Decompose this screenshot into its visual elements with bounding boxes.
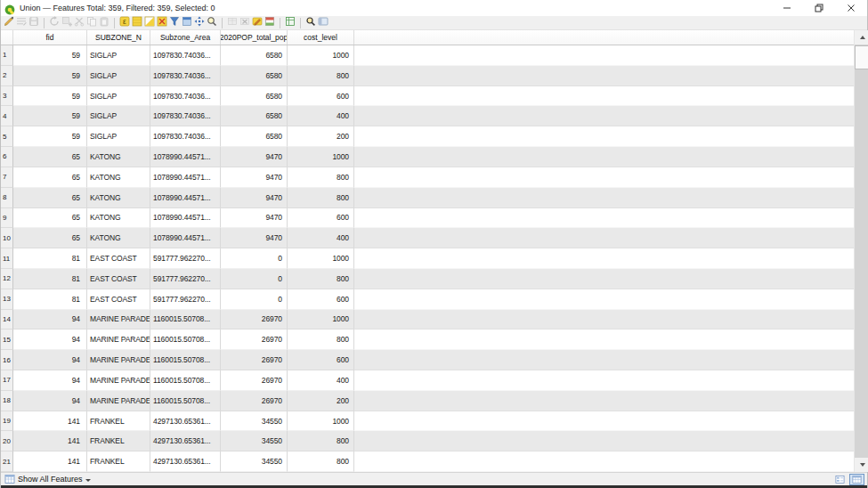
cell-cost[interactable]: 1000 (288, 248, 354, 269)
cell-cost[interactable]: 200 (288, 391, 354, 411)
cell-subzone[interactable]: SIGLAP (87, 106, 150, 126)
cell-subzone[interactable]: SIGLAP (87, 45, 150, 66)
cell-pop[interactable]: 9470 (221, 167, 288, 188)
cell-pop[interactable]: 9470 (221, 188, 288, 208)
cell-area[interactable]: 591777.962270... (150, 289, 221, 310)
cell-area[interactable]: 1097830.74036... (150, 86, 221, 107)
cell-subzone[interactable]: SIGLAP (87, 126, 150, 147)
row-number[interactable]: 6 (1, 147, 13, 167)
feature-filter-dropdown[interactable]: Show All Features (3, 474, 93, 485)
cell-area[interactable]: 1097830.74036... (150, 45, 221, 66)
cell-cost[interactable]: 600 (288, 86, 354, 107)
minimize-button[interactable] (771, 0, 803, 16)
column-header-area[interactable]: Subzone_Area (150, 30, 221, 45)
cell-pop[interactable]: 9470 (221, 147, 288, 167)
cell-cost[interactable]: 200 (288, 126, 354, 147)
cell-fid[interactable]: 94 (13, 310, 87, 330)
column-header-cost[interactable]: cost_level (288, 30, 354, 45)
cell-fid[interactable]: 59 (13, 45, 87, 66)
row-number[interactable]: 12 (1, 269, 13, 289)
cell-cost[interactable]: 800 (288, 167, 354, 188)
cell-area[interactable]: 1160015.50708... (150, 329, 221, 350)
cell-subzone[interactable]: SIGLAP (87, 66, 150, 86)
cell-subzone[interactable]: FRANKEL (87, 451, 150, 472)
cell-fid[interactable]: 65 (13, 228, 87, 248)
cell-cost[interactable]: 600 (288, 350, 354, 370)
cell-cost[interactable]: 400 (288, 228, 354, 248)
scrollbar-thumb[interactable] (855, 45, 868, 69)
cell-fid[interactable]: 65 (13, 188, 87, 208)
filter-by-form-button[interactable] (168, 16, 181, 29)
cell-subzone[interactable]: MARINE PARADE (87, 370, 150, 391)
row-number[interactable]: 11 (1, 248, 13, 269)
cell-cost[interactable]: 800 (288, 188, 354, 208)
cell-subzone[interactable]: KATONG (87, 188, 150, 208)
cell-pop[interactable]: 0 (221, 289, 288, 310)
cell-cost[interactable]: 800 (288, 451, 354, 472)
cell-subzone[interactable]: EAST COAST (87, 289, 150, 310)
cell-cost[interactable]: 1000 (288, 411, 354, 432)
cell-pop[interactable]: 34550 (221, 451, 288, 472)
zoom-to-selection-button[interactable] (206, 16, 218, 29)
cell-fid[interactable]: 81 (13, 248, 87, 269)
cell-fid[interactable]: 94 (13, 329, 87, 350)
cell-pop[interactable]: 26970 (221, 329, 288, 350)
cell-area[interactable]: 4297130.65361... (150, 411, 221, 432)
cell-fid[interactable]: 81 (13, 289, 87, 310)
cell-pop[interactable]: 26970 (221, 310, 288, 330)
cell-subzone[interactable]: FRANKEL (87, 431, 150, 451)
cell-pop[interactable]: 34550 (221, 411, 288, 432)
cell-area[interactable]: 1097830.74036... (150, 66, 221, 86)
panels-button[interactable] (317, 16, 329, 29)
row-number[interactable]: 18 (1, 391, 13, 411)
cell-subzone[interactable]: MARINE PARADE (87, 329, 150, 350)
cell-pop[interactable]: 6580 (221, 126, 288, 147)
cell-pop[interactable]: 26970 (221, 370, 288, 391)
row-number[interactable]: 13 (1, 289, 13, 310)
cell-cost[interactable]: 400 (288, 370, 354, 391)
cell-pop[interactable]: 34550 (221, 431, 288, 451)
select-by-expression-button[interactable]: ε (118, 16, 131, 29)
row-number[interactable]: 15 (1, 329, 13, 350)
column-header-fid[interactable]: fid (13, 30, 87, 45)
cell-pop[interactable]: 6580 (221, 106, 288, 126)
vertical-scrollbar[interactable] (854, 30, 868, 472)
column-header-subzone[interactable]: SUBZONE_N (87, 30, 150, 45)
cell-pop[interactable]: 6580 (221, 66, 288, 86)
conditional-formatting-button[interactable] (264, 16, 276, 29)
cell-fid[interactable]: 59 (13, 86, 87, 107)
cell-subzone[interactable]: MARINE PARADE (87, 391, 150, 411)
cell-area[interactable]: 1078990.44571... (150, 188, 221, 208)
cell-cost[interactable]: 800 (288, 329, 354, 350)
row-number[interactable]: 16 (1, 350, 13, 370)
move-selection-to-top-button[interactable] (181, 16, 193, 29)
cell-area[interactable]: 1078990.44571... (150, 208, 221, 229)
cell-pop[interactable]: 9470 (221, 228, 288, 248)
cell-cost[interactable]: 400 (288, 106, 354, 126)
row-number[interactable]: 4 (1, 106, 13, 126)
cell-pop[interactable]: 9470 (221, 208, 288, 229)
cell-fid[interactable]: 59 (13, 126, 87, 147)
deselect-all-button[interactable] (156, 16, 168, 29)
cell-area[interactable]: 1160015.50708... (150, 350, 221, 370)
invert-selection-button[interactable] (143, 16, 156, 29)
cell-area[interactable]: 1097830.74036... (150, 126, 221, 147)
row-number[interactable]: 2 (1, 66, 13, 86)
cell-pop[interactable]: 0 (221, 269, 288, 289)
cell-fid[interactable]: 141 (13, 431, 87, 451)
cell-pop[interactable]: 6580 (221, 86, 288, 107)
cell-fid[interactable]: 141 (13, 451, 87, 472)
close-button[interactable] (835, 0, 867, 16)
cell-subzone[interactable]: EAST COAST (87, 269, 150, 289)
cell-fid[interactable]: 65 (13, 208, 87, 229)
cell-area[interactable]: 4297130.65361... (150, 451, 221, 472)
cell-cost[interactable]: 800 (288, 66, 354, 86)
table-view-button[interactable] (849, 474, 864, 485)
cell-area[interactable]: 1160015.50708... (150, 391, 221, 411)
cell-cost[interactable]: 800 (288, 269, 354, 289)
cell-area[interactable]: 591777.962270... (150, 248, 221, 269)
row-number[interactable]: 5 (1, 126, 13, 147)
cell-cost[interactable]: 600 (288, 289, 354, 310)
cell-area[interactable]: 1160015.50708... (150, 370, 221, 391)
scroll-up-button[interactable] (855, 30, 868, 45)
